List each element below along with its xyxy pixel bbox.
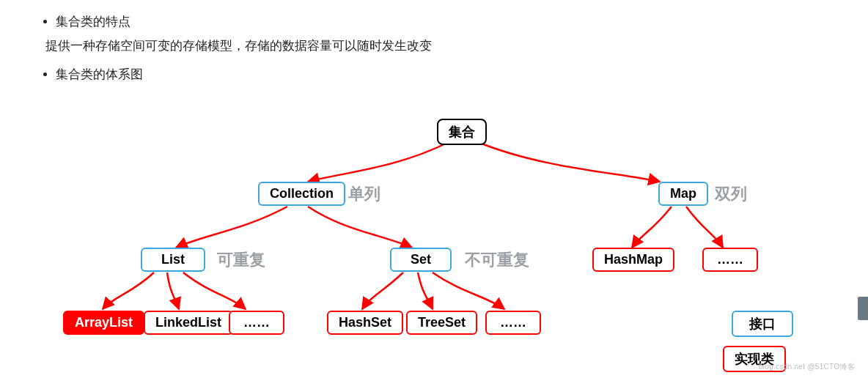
legend-interface: 接口 xyxy=(732,311,793,337)
side-handle[interactable] xyxy=(858,297,868,320)
node-root: 集合 xyxy=(437,119,487,145)
bullet-sub-1: 提供一种存储空间可变的存储模型，存储的数据容量可以随时发生改变 xyxy=(45,36,868,57)
node-arraylist: ArrayList xyxy=(63,311,144,335)
bullet-text-1: 集合类的特点 xyxy=(56,15,130,29)
bullet-text-2: 集合类的体系图 xyxy=(56,67,143,81)
node-map: Map xyxy=(658,182,708,206)
node-hashset: HashSet xyxy=(327,311,403,335)
node-list: List xyxy=(141,248,205,272)
annot-set: 不可重复 xyxy=(465,249,529,271)
annot-map: 双列 xyxy=(715,183,747,205)
diagram-stage: 集合 Collection 单列 Map 双列 List 可重复 Set 不可重… xyxy=(0,103,868,378)
node-set-more: …… xyxy=(485,311,541,335)
annot-collection: 单列 xyxy=(348,183,380,205)
bullet-list: 集合类的特点 提供一种存储空间可变的存储模型，存储的数据容量可以随时发生改变 集… xyxy=(0,0,868,86)
annot-list: 可重复 xyxy=(217,249,265,271)
node-set: Set xyxy=(390,248,452,272)
watermark-text: blog.csdn.net @51CTO博客 xyxy=(759,362,855,372)
node-hashmap: HashMap xyxy=(592,248,674,272)
node-linkedlist: LinkedList xyxy=(144,311,233,335)
node-map-more: …… xyxy=(702,248,758,272)
bullet-item-2: 集合类的体系图 xyxy=(56,64,868,86)
node-treeset: TreeSet xyxy=(406,311,477,335)
node-collection: Collection xyxy=(258,182,345,206)
node-list-more: …… xyxy=(229,311,284,335)
bullet-item-1: 集合类的特点 xyxy=(56,12,868,33)
